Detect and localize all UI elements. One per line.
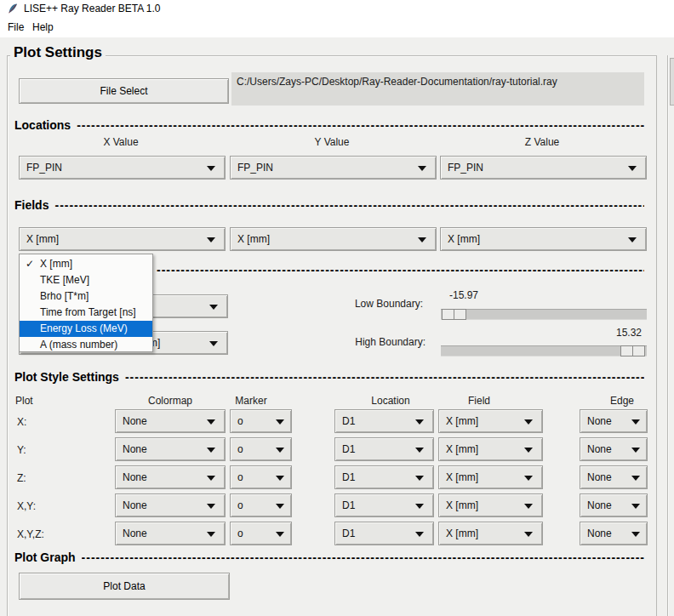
row-y-label: Y:: [17, 444, 26, 456]
y-marker-dropdown[interactable]: o: [230, 437, 292, 461]
chevron-down-icon: [631, 504, 640, 509]
chevron-down-icon: [209, 341, 218, 346]
field-y-dropdown[interactable]: X [mm]: [230, 227, 437, 251]
row-xyz-label: X,Y,Z:: [17, 528, 44, 540]
y-field-dropdown[interactable]: X [mm]: [438, 437, 543, 461]
window-title: LISE++ Ray Reader BETA 1.0: [24, 3, 161, 14]
xy-edge-dropdown[interactable]: None: [580, 493, 648, 517]
xyz-colormap-dropdown[interactable]: None: [115, 522, 226, 545]
z-value-label: Z Value: [508, 136, 576, 148]
xyz-marker-dropdown[interactable]: o: [230, 522, 292, 545]
app-feather-icon: [7, 3, 19, 14]
chevron-down-icon: [524, 532, 533, 537]
chevron-down-icon: [276, 448, 284, 453]
xy-field-dropdown[interactable]: X [mm]: [438, 493, 543, 517]
location-z-dropdown[interactable]: FP_PIN: [440, 156, 647, 180]
scrollbar-thumb[interactable]: [670, 58, 674, 106]
menu-item-time-from-target[interactable]: Time from Target [ns]: [20, 305, 152, 321]
menu-item-mass-number[interactable]: A (mass number): [20, 337, 152, 353]
chevron-down-icon: [415, 419, 424, 425]
x-colormap-dropdown[interactable]: None: [115, 409, 226, 433]
menu-item-label: X [mm]: [40, 258, 72, 270]
plot-data-button[interactable]: Plot Data: [19, 573, 230, 600]
menu-help[interactable]: Help: [32, 21, 54, 33]
location-y-value: FP_PIN: [237, 162, 273, 174]
menu-item-energy-loss[interactable]: Energy Loss (MeV): [20, 321, 152, 337]
menu-item-label: Brho [T*m]: [40, 290, 89, 302]
menu-item-label: Time from Target [ns]: [40, 306, 136, 318]
chevron-down-icon: [418, 237, 426, 242]
menu-item-x-mm[interactable]: ✓ X [mm]: [20, 256, 152, 272]
z-edge-dropdown[interactable]: None: [580, 465, 648, 489]
plot-style-section-header: Plot Style Settings --------------------…: [14, 370, 644, 384]
chevron-down-icon: [276, 419, 284, 425]
xy-colormap-dropdown[interactable]: None: [115, 493, 226, 517]
col-marker-label: Marker: [217, 395, 285, 407]
menu-item-brho[interactable]: Brho [T*m]: [20, 288, 152, 305]
chevron-down-icon: [418, 166, 426, 171]
menu-file[interactable]: File: [8, 21, 24, 33]
low-boundary-slider-thumb[interactable]: [442, 309, 466, 320]
chevron-down-icon: [631, 532, 640, 537]
xyz-field-dropdown[interactable]: X [mm]: [438, 522, 543, 545]
x-edge-dropdown[interactable]: None: [580, 409, 648, 433]
chevron-down-icon: [631, 419, 640, 425]
chevron-down-icon: [209, 305, 218, 310]
location-x-value: FP_PIN: [26, 162, 62, 174]
high-boundary-slider-track[interactable]: [441, 345, 647, 356]
y-edge-dropdown[interactable]: None: [580, 437, 648, 461]
chevron-down-icon: [207, 476, 215, 481]
plot-graph-section-header: Plot Graph -----------------------------…: [14, 550, 644, 564]
field-x-value: X [mm]: [26, 233, 59, 245]
chevron-down-icon: [524, 448, 533, 453]
location-y-dropdown[interactable]: FP_PIN: [230, 156, 437, 180]
chevron-down-icon: [415, 476, 424, 481]
col-edge-label: Edge: [588, 395, 656, 407]
location-x-dropdown[interactable]: FP_PIN: [19, 156, 226, 180]
chevron-down-icon: [276, 476, 284, 481]
chevron-down-icon: [415, 448, 424, 453]
file-select-button[interactable]: File Select: [19, 78, 229, 104]
x-marker-dropdown[interactable]: o: [230, 409, 292, 433]
xy-marker-dropdown[interactable]: o: [230, 493, 292, 517]
chevron-down-icon: [524, 419, 533, 425]
field-x-dropdown[interactable]: X [mm]: [19, 227, 226, 251]
chevron-down-icon: [415, 504, 424, 509]
plot-graph-title: Plot Graph: [14, 550, 76, 564]
chevron-down-icon: [207, 504, 215, 509]
z-colormap-dropdown[interactable]: None: [115, 465, 226, 489]
field-z-value: X [mm]: [448, 233, 480, 245]
x-location-dropdown[interactable]: D1: [334, 409, 434, 433]
menu-item-tke[interactable]: TKE [MeV]: [20, 272, 152, 288]
chevron-down-icon: [631, 476, 640, 481]
x-value-label: X Value: [87, 136, 155, 148]
xyz-edge-dropdown[interactable]: None: [580, 522, 648, 545]
z-field-dropdown[interactable]: X [mm]: [438, 465, 543, 489]
field-options-menu: ✓ X [mm] TKE [MeV] Brho [T*m] Time from …: [19, 254, 153, 352]
menu-bar: File Help: [0, 17, 674, 37]
fields-title: Fields: [14, 198, 49, 212]
groupbox-title: Plot Settings: [10, 44, 106, 61]
y-colormap-dropdown[interactable]: None: [115, 437, 226, 461]
chevron-down-icon: [276, 504, 284, 509]
x-field-dropdown[interactable]: X [mm]: [438, 409, 543, 433]
z-location-dropdown[interactable]: D1: [334, 465, 434, 489]
plot-graph-dashes: ----------------------------------------…: [82, 550, 644, 564]
low-boundary-label: Low Boundary:: [323, 298, 423, 310]
xy-location-dropdown[interactable]: D1: [334, 493, 434, 517]
chevron-down-icon: [524, 504, 533, 509]
plot-style-dashes: ----------------------------------------…: [125, 370, 644, 384]
high-boundary-slider-thumb[interactable]: [620, 345, 645, 356]
chevron-down-icon: [628, 166, 637, 171]
field-z-dropdown[interactable]: X [mm]: [440, 227, 647, 251]
row-x-label: X:: [17, 416, 26, 428]
y-location-dropdown[interactable]: D1: [334, 437, 434, 461]
locations-title: Locations: [14, 118, 71, 132]
secondary-frame-edge: [667, 55, 674, 616]
xyz-location-dropdown[interactable]: D1: [334, 522, 434, 545]
chevron-down-icon: [207, 166, 215, 171]
app-window: LISE++ Ray Reader BETA 1.0 File Help Plo…: [0, 0, 674, 616]
menu-item-label: TKE [MeV]: [40, 274, 89, 286]
low-boundary-slider-track[interactable]: [441, 309, 647, 320]
z-marker-dropdown[interactable]: o: [230, 465, 292, 489]
